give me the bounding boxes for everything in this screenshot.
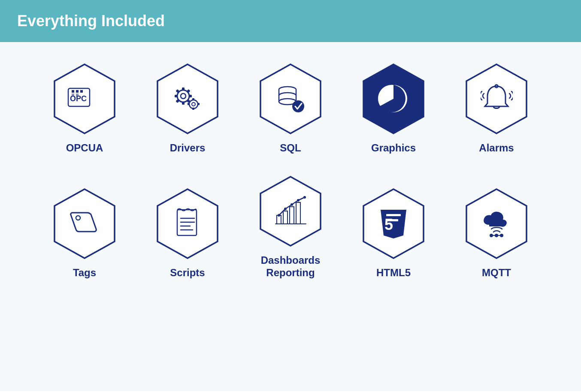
svg-point-32 <box>292 100 304 112</box>
svg-rect-10 <box>182 102 185 105</box>
alarms-icon <box>477 80 516 118</box>
hex-container-tags <box>52 188 117 259</box>
svg-rect-42 <box>283 211 287 224</box>
hex-container-html5: 5 <box>361 188 426 259</box>
item-dashboards: Dashboards Reporting <box>252 176 329 279</box>
sql-label: SQL <box>280 142 301 154</box>
svg-rect-52 <box>386 214 401 216</box>
item-mqtt: MQTT <box>458 188 535 279</box>
svg-point-35 <box>76 216 80 220</box>
svg-point-8 <box>181 93 186 99</box>
item-html5: 5 HTML5 <box>355 188 432 279</box>
svg-rect-11 <box>175 95 178 97</box>
svg-rect-4 <box>80 90 83 93</box>
svg-rect-3 <box>76 90 79 93</box>
mqtt-icon <box>477 204 516 243</box>
main-content: OPC OPCUA <box>0 42 581 391</box>
dashboards-label: Dashboards Reporting <box>261 254 321 279</box>
svg-text:5: 5 <box>384 216 393 233</box>
scripts-label: Scripts <box>170 267 205 279</box>
svg-point-46 <box>284 208 287 210</box>
hex-container-mqtt <box>464 188 529 259</box>
row-2: Tags <box>34 176 547 279</box>
svg-rect-44 <box>296 202 300 224</box>
svg-rect-22 <box>197 103 200 105</box>
sql-icon <box>271 80 310 118</box>
hex-container-opcua: OPC <box>52 63 117 134</box>
svg-rect-43 <box>290 207 294 224</box>
svg-rect-19 <box>192 98 194 100</box>
hex-container-dashboards <box>258 176 323 247</box>
graphics-label: Graphics <box>371 142 416 154</box>
hex-container-graphics <box>361 63 426 134</box>
svg-rect-5 <box>72 93 74 96</box>
svg-point-56 <box>500 234 503 237</box>
item-alarms: Alarms <box>458 63 535 154</box>
scripts-icon <box>168 204 207 243</box>
dashboards-icon <box>271 192 310 230</box>
hex-container-scripts <box>155 188 220 259</box>
svg-rect-20 <box>192 108 194 110</box>
html5-icon: 5 <box>374 204 413 243</box>
alarms-label: Alarms <box>479 142 514 154</box>
svg-point-49 <box>303 196 306 199</box>
drivers-label: Drivers <box>170 142 206 154</box>
tags-label: Tags <box>73 267 96 279</box>
svg-rect-21 <box>188 103 190 105</box>
row-1: OPC OPCUA <box>34 63 547 154</box>
svg-point-55 <box>495 234 498 237</box>
svg-rect-12 <box>189 95 192 97</box>
svg-rect-14 <box>186 89 190 93</box>
item-tags: Tags <box>46 188 123 279</box>
svg-point-17 <box>189 100 198 109</box>
hex-container-sql <box>258 63 323 134</box>
svg-rect-6 <box>76 93 79 96</box>
svg-point-18 <box>192 103 195 106</box>
hex-container-alarms <box>464 63 529 134</box>
hex-container-drivers <box>155 63 220 134</box>
item-scripts: Scripts <box>149 188 226 279</box>
item-drivers: Drivers <box>149 63 226 154</box>
mqtt-label: MQTT <box>482 267 511 279</box>
graphics-icon <box>374 80 413 118</box>
svg-rect-9 <box>182 87 185 90</box>
svg-rect-53 <box>386 219 398 221</box>
svg-point-54 <box>490 234 493 237</box>
tags-icon <box>65 204 104 243</box>
item-opcua: OPC OPCUA <box>46 63 123 154</box>
html5-label: HTML5 <box>376 267 411 279</box>
svg-point-47 <box>290 203 293 206</box>
svg-point-48 <box>297 199 300 202</box>
item-graphics: Graphics <box>355 63 432 154</box>
opcua-label: OPCUA <box>66 142 103 154</box>
header: Everything Included <box>0 0 581 42</box>
svg-point-45 <box>278 214 280 217</box>
header-title: Everything Included <box>17 12 165 30</box>
opcua-icon: OPC <box>65 80 104 118</box>
drivers-icon <box>168 80 207 118</box>
item-sql: SQL <box>252 63 329 154</box>
svg-rect-2 <box>72 90 74 93</box>
